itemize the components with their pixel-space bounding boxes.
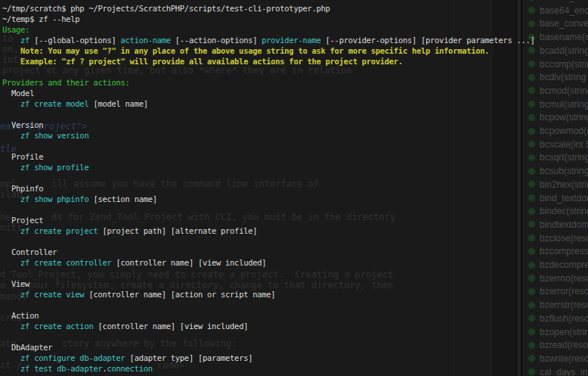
function-list-item[interactable]: base64_enco	[522, 4, 588, 17]
editor-code-line: code>	[157, 360, 184, 371]
function-name-label: bcmod(string	[540, 85, 588, 96]
function-name-label: bcscale(int $s	[540, 139, 588, 150]
function-list-item[interactable]: bzread(resou	[522, 338, 588, 352]
function-name-label: bzcompress(	[540, 246, 588, 256]
function-list-item[interactable]: bcpowmod(st	[522, 124, 588, 138]
function-bullet-icon	[528, 328, 536, 336]
editor-code-line: inte	[2, 54, 24, 66]
function-list-item[interactable]: bcadd(string	[522, 44, 588, 57]
function-list-item[interactable]: bindtextdoma	[522, 218, 588, 232]
function-list-item[interactable]: bzflush(resou	[522, 312, 588, 325]
function-name-label: cal_days_in	[540, 367, 587, 376]
function-name-label: bzerrstr(resou	[540, 300, 588, 310]
function-name-label: bcpow(string	[540, 112, 588, 123]
function-list-item[interactable]: cal_days_in	[522, 365, 588, 376]
editor-code-line: eate-a-project">	[0, 121, 88, 132]
function-bullet-icon	[528, 354, 536, 362]
function-name-label: bzflush(resou	[540, 313, 588, 324]
function-list-item[interactable]: bzwrite(resou	[522, 352, 588, 365]
function-name-label: bind_textdom	[540, 193, 588, 204]
function-list-item[interactable]: bcsub(string	[522, 164, 588, 178]
function-bullet-icon	[528, 314, 536, 322]
function-list-item[interactable]: bzdecompres	[522, 258, 588, 272]
function-list-item[interactable]: bcpow(string	[522, 110, 588, 124]
editor-code-line: niti	[0, 222, 22, 234]
function-name-label: bindec(string	[540, 206, 588, 216]
function-list-item[interactable]: bccomp(strin	[522, 57, 588, 71]
function-bullet-icon	[528, 127, 536, 135]
editor-code-line: project at any given time, but also *whe…	[2, 65, 351, 76]
function-bullet-icon	[528, 6, 536, 14]
function-list-item[interactable]: bzcompress(	[522, 244, 588, 258]
function-bullet-icon	[528, 220, 536, 228]
function-bullet-icon	[528, 341, 536, 350]
editor-code-line: mpl	[0, 179, 17, 190]
function-name-label: bzerror(resou	[540, 286, 588, 297]
function-bullet-icon	[528, 73, 536, 82]
function-name-label: bcmul(string	[540, 99, 588, 110]
function-list-item[interactable]: bcscale(int $s	[522, 138, 588, 151]
function-list-item[interactable]: base_conver	[522, 17, 588, 30]
function-bullet-icon	[528, 274, 536, 282]
function-name-label: bzclose(resou	[540, 233, 588, 244]
function-list-item[interactable]: bzerrno(resou	[522, 272, 588, 285]
editor-background: toon.inteproject at any given time, but …	[0, 0, 588, 376]
editor-code-line: mand:	[0, 291, 27, 303]
editor-code-line: ill assume you have the command line int…	[51, 179, 319, 190]
editor-code-line: ct /	[0, 360, 22, 371]
editor-code-line: ilab	[0, 189, 22, 200]
function-bullet-icon	[528, 154, 536, 162]
function-list-item[interactable]: bzerror(resou	[522, 284, 588, 298]
screen: toon.inteproject at any given time, but …	[0, 0, 588, 376]
function-name-label: bzread(resou	[540, 340, 588, 350]
function-name-label: bindtextdoma	[540, 219, 588, 230]
function-list-item[interactable]: bzerrstr(resou	[522, 298, 588, 312]
function-list-sidebar: base64_decbase64_encobase_converbasename…	[522, 0, 588, 376]
function-name-label: bzdecompres	[540, 259, 588, 270]
editor-code-line: ctory anywhere by the following:	[62, 338, 237, 350]
editor-code-line: d_Tool_Project, you simply need to creat…	[0, 269, 393, 281]
editor-code-line: ate	[0, 338, 17, 350]
function-bullet-icon	[528, 247, 536, 256]
function-bullet-icon	[528, 261, 536, 269]
function-list-item[interactable]: bcsqrt(string	[522, 151, 588, 164]
function-bullet-icon	[528, 20, 536, 28]
function-name-label: bzerrno(resou	[540, 273, 588, 284]
function-list-item[interactable]: bind_textdom	[522, 191, 588, 205]
function-bullet-icon	[528, 180, 536, 188]
editor-code-line: to	[2, 33, 13, 45]
editor-code-line: crea	[0, 312, 22, 324]
function-list-item[interactable]: bzclose(resou	[522, 232, 588, 245]
editor-code-line: ne	[0, 212, 11, 223]
function-list-item[interactable]: bin2hex(strin	[522, 178, 588, 191]
function-bullet-icon	[528, 33, 536, 42]
function-name-label: bin2hex(strin	[540, 179, 588, 190]
function-bullet-icon	[528, 287, 536, 296]
function-bullet-icon	[528, 234, 536, 242]
function-bullet-icon	[528, 194, 536, 202]
editor-code-line: ds for Zend_Tool_Project with CLI, you m…	[51, 212, 395, 223]
function-name-label: bcadd(string	[540, 45, 588, 56]
function-list-item[interactable]: bcmul(string	[522, 98, 588, 111]
editor-code-line: on.	[2, 44, 19, 55]
function-list-item[interactable]: basename(str	[522, 30, 588, 44]
function-name-label: base64_enco	[540, 5, 588, 16]
function-list-item[interactable]: bcmod(string	[522, 84, 588, 98]
function-bullet-icon	[528, 167, 536, 176]
function-list-item[interactable]: bindec(string	[522, 204, 588, 218]
function-name-label: bzwrite(resou	[540, 353, 588, 364]
editor-code-line: tle	[0, 144, 17, 155]
function-name-label: base_conver	[540, 18, 588, 29]
editor-scrollbar[interactable]	[493, 0, 516, 376]
function-list-item[interactable]: bzopen(string	[522, 325, 588, 339]
function-bullet-icon	[528, 100, 536, 108]
function-name-label: bccomp(strin	[540, 59, 588, 70]
function-bullet-icon	[528, 207, 536, 216]
function-name-label: base64_dec	[540, 0, 588, 2]
function-list-item[interactable]: bcdiv(string	[522, 70, 588, 84]
function-bullet-icon	[528, 368, 536, 376]
function-name-label: bcsqrt(string	[540, 152, 588, 163]
function-bullet-icon	[528, 140, 536, 148]
function-bullet-icon	[528, 86, 536, 95]
function-bullet-icon	[528, 60, 536, 68]
